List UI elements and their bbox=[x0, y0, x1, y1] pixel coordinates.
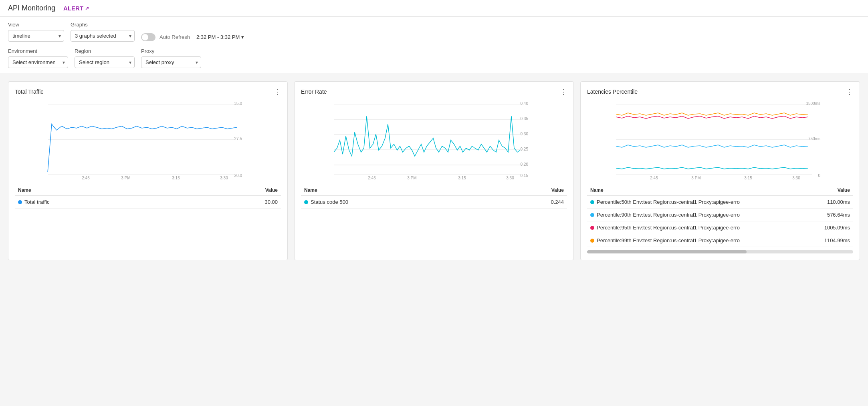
table-row: Percentile:99th Env:test Region:us-centr… bbox=[587, 234, 853, 247]
region-select-wrapper: Select region ▾ bbox=[75, 56, 135, 68]
region-label: Region bbox=[75, 48, 135, 54]
svg-text:3:30: 3:30 bbox=[792, 176, 800, 180]
view-select-wrapper: timeline table ▾ bbox=[8, 30, 64, 42]
error-rate-value-header: Value bbox=[493, 185, 567, 196]
p99-dot bbox=[590, 239, 594, 243]
filter-row: Environment Select environment ▾ Region … bbox=[8, 48, 860, 68]
proxy-select-wrapper: Select proxy ▾ bbox=[141, 56, 201, 68]
view-control: View timeline table ▾ bbox=[8, 22, 64, 42]
error-rate-name-header: Name bbox=[301, 185, 493, 196]
latencies-title: Latencies Percentile bbox=[587, 88, 638, 95]
total-traffic-header: Total Traffic ⋮ bbox=[15, 88, 281, 95]
svg-text:3 PM: 3 PM bbox=[691, 176, 700, 180]
auto-refresh-label: Auto Refresh bbox=[159, 34, 190, 40]
latencies-chart: 1500ms 750ms 0 2:45 3 PM 3:15 3:30 bbox=[587, 100, 853, 180]
error-rate-header: Error Rate ⋮ bbox=[301, 88, 567, 95]
error-rate-row-name: Status code 500 bbox=[311, 199, 348, 205]
total-traffic-row-value: 30.00 bbox=[191, 196, 281, 209]
region-control: Region Select region ▾ bbox=[75, 48, 135, 68]
total-traffic-value-header: Value bbox=[191, 185, 281, 196]
svg-text:35.0: 35.0 bbox=[234, 101, 242, 106]
table-row: Percentile:95th Env:test Region:us-centr… bbox=[587, 221, 853, 234]
latencies-scrollbar[interactable] bbox=[587, 250, 853, 253]
latencies-table: Name Value Percentile:50th Env:test Regi… bbox=[587, 185, 853, 247]
error-rate-card: Error Rate ⋮ 0.40 0.35 0.30 0.25 0.20 0.… bbox=[294, 81, 574, 260]
svg-text:2:45: 2:45 bbox=[368, 176, 376, 180]
proxy-control: Proxy Select proxy ▾ bbox=[141, 48, 201, 68]
graphs-control: Graphs 3 graphs selected 1 graph selecte… bbox=[71, 22, 135, 42]
view-select[interactable]: timeline table bbox=[8, 30, 64, 42]
env-select-wrapper: Select environment ▾ bbox=[8, 56, 68, 68]
error-rate-chart: 0.40 0.35 0.30 0.25 0.20 0.15 2:45 3 PM … bbox=[301, 100, 567, 180]
svg-text:3:15: 3:15 bbox=[744, 176, 752, 180]
graphs-select-wrapper: 3 graphs selected 1 graph selected 2 gra… bbox=[71, 30, 135, 42]
p50-dot bbox=[590, 200, 594, 204]
toggle-slider bbox=[141, 33, 155, 41]
total-traffic-more-icon[interactable]: ⋮ bbox=[274, 88, 281, 95]
p90-name: Percentile:90th Env:test Region:us-centr… bbox=[597, 212, 740, 218]
p95-dot bbox=[590, 226, 594, 230]
total-traffic-card: Total Traffic ⋮ 35.0 27.5 20.0 2:45 3 PM… bbox=[8, 81, 288, 260]
table-row: Percentile:50th Env:test Region:us-centr… bbox=[587, 196, 853, 209]
error-rate-more-icon[interactable]: ⋮ bbox=[560, 88, 567, 95]
svg-text:0.35: 0.35 bbox=[521, 117, 529, 121]
refresh-time-group: Auto Refresh 2:32 PM - 3:32 PM ▾ bbox=[141, 24, 246, 42]
latencies-name-header: Name bbox=[587, 185, 777, 196]
svg-text:2:45: 2:45 bbox=[650, 176, 658, 180]
latencies-value-header: Value bbox=[777, 185, 853, 196]
p90-dot bbox=[590, 213, 594, 217]
error-rate-dot bbox=[304, 200, 308, 204]
p95-name: Percentile:95th Env:test Region:us-centr… bbox=[597, 225, 740, 231]
svg-text:1500ms: 1500ms bbox=[806, 101, 820, 106]
p50-name: Percentile:50th Env:test Region:us-centr… bbox=[597, 199, 740, 205]
graphs-select[interactable]: 3 graphs selected 1 graph selected 2 gra… bbox=[71, 30, 135, 42]
spacer-label bbox=[141, 24, 246, 30]
graphs-label: Graphs bbox=[71, 22, 135, 28]
controls-bar: View timeline table ▾ Graphs 3 graphs se… bbox=[0, 17, 868, 73]
p90-value: 576.64ms bbox=[777, 209, 853, 221]
latencies-scrollbar-thumb bbox=[587, 250, 747, 253]
svg-text:0.20: 0.20 bbox=[521, 162, 529, 167]
view-label: View bbox=[8, 22, 64, 28]
svg-text:0: 0 bbox=[818, 173, 820, 178]
latencies-header: Latencies Percentile ⋮ bbox=[587, 88, 853, 95]
svg-text:3 PM: 3 PM bbox=[121, 176, 130, 180]
total-traffic-name-header: Name bbox=[15, 185, 191, 196]
env-control: Environment Select environment ▾ bbox=[8, 48, 68, 68]
latencies-more-icon[interactable]: ⋮ bbox=[846, 88, 853, 95]
svg-text:3 PM: 3 PM bbox=[407, 176, 416, 180]
time-range-text: 2:32 PM - 3:32 PM bbox=[196, 34, 240, 40]
total-traffic-dot bbox=[18, 200, 22, 204]
svg-text:750ms: 750ms bbox=[808, 137, 820, 141]
svg-text:0.40: 0.40 bbox=[521, 101, 529, 106]
svg-text:0.25: 0.25 bbox=[521, 147, 529, 151]
p99-value: 1104.99ms bbox=[777, 234, 853, 247]
p95-value: 1005.09ms bbox=[777, 221, 853, 234]
total-traffic-row-name: Total traffic bbox=[24, 199, 50, 205]
svg-text:3:15: 3:15 bbox=[172, 176, 180, 180]
auto-refresh-toggle[interactable] bbox=[141, 33, 155, 41]
latencies-svg: 1500ms 750ms 0 2:45 3 PM 3:15 3:30 bbox=[587, 100, 853, 180]
error-rate-svg: 0.40 0.35 0.30 0.25 0.20 0.15 2:45 3 PM … bbox=[301, 100, 567, 180]
refresh-time-row: Auto Refresh 2:32 PM - 3:32 PM ▾ bbox=[141, 32, 246, 42]
region-select[interactable]: Select region bbox=[75, 56, 135, 68]
svg-text:0.30: 0.30 bbox=[521, 132, 529, 136]
error-rate-row-value: 0.244 bbox=[493, 196, 567, 209]
latency-table-wrapper: Name Value Percentile:50th Env:test Regi… bbox=[587, 185, 853, 247]
total-traffic-svg: 35.0 27.5 20.0 2:45 3 PM 3:15 3:30 bbox=[15, 100, 281, 180]
table-row: Percentile:90th Env:test Region:us-centr… bbox=[587, 209, 853, 221]
env-select[interactable]: Select environment bbox=[8, 56, 68, 68]
alert-link[interactable]: ALERT ↗ bbox=[63, 5, 89, 12]
p99-name: Percentile:99th Env:test Region:us-centr… bbox=[597, 237, 740, 243]
total-traffic-chart: 35.0 27.5 20.0 2:45 3 PM 3:15 3:30 bbox=[15, 100, 281, 180]
latencies-card: Latencies Percentile ⋮ 1500ms 750ms 0 bbox=[580, 81, 860, 260]
time-range-button[interactable]: 2:32 PM - 3:32 PM ▾ bbox=[194, 32, 246, 42]
table-row: Total traffic 30.00 bbox=[15, 196, 281, 209]
env-label: Environment bbox=[8, 48, 68, 54]
total-traffic-table: Name Value Total traffic 30.00 bbox=[15, 185, 281, 209]
app-title: API Monitoring bbox=[8, 4, 55, 12]
p50-value: 110.00ms bbox=[777, 196, 853, 209]
proxy-select[interactable]: Select proxy bbox=[141, 56, 201, 68]
error-rate-title: Error Rate bbox=[301, 88, 327, 95]
svg-text:3:30: 3:30 bbox=[506, 176, 514, 180]
